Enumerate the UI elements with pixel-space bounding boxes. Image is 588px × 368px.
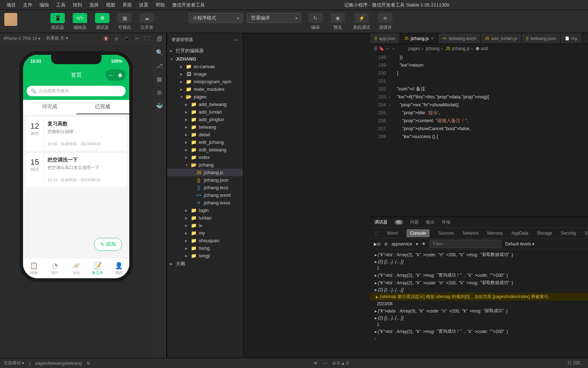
console-line[interactable]: ▸ (2) [{…}, {…}] bbox=[370, 258, 588, 265]
console-line[interactable]: ▸ {"k">list: Array(2), "k">code: "n">200… bbox=[370, 251, 588, 258]
crumb[interactable]: pages › bbox=[408, 46, 423, 51]
tab-done[interactable]: 已完成 bbox=[76, 100, 130, 114]
tree-item[interactable]: ▼📂pages bbox=[167, 93, 243, 101]
errors-count[interactable]: ⊘ 0 ▲ 0 bbox=[332, 361, 349, 366]
mode-dropdown[interactable]: 小程序模式 bbox=[189, 13, 243, 23]
avatar[interactable] bbox=[4, 13, 17, 26]
tree-item[interactable]: ▶📁add_luntan bbox=[167, 108, 243, 116]
subtab-security[interactable]: Security bbox=[561, 231, 576, 236]
editor-button[interactable]: </>编辑器 bbox=[70, 13, 90, 31]
tabbar-stats[interactable]: ◔统计 bbox=[44, 258, 66, 278]
tree-item[interactable]: ▶📁tixing bbox=[167, 244, 243, 252]
console-clear-icon[interactable]: ⊘ bbox=[384, 241, 388, 247]
scope-dropdown-icon[interactable]: ▾ bbox=[416, 241, 418, 247]
tabbar-memo[interactable]: 📝备忘录 bbox=[87, 258, 108, 278]
menu-tool[interactable]: 工具 bbox=[53, 2, 69, 8]
tabbar-forum[interactable]: 🪐论坛 bbox=[66, 258, 87, 278]
tree-item[interactable]: ≡jizhang.wxss bbox=[167, 199, 243, 207]
subtab-appdata[interactable]: AppData bbox=[511, 231, 528, 236]
code-editor[interactable]: 198199200201202203⌄204⌄205206207208 }) "… bbox=[370, 53, 588, 217]
tabbar-my[interactable]: 👤我的 bbox=[108, 258, 129, 278]
devtab-terminal[interactable]: 终端 bbox=[442, 219, 450, 225]
compile-button[interactable]: ↻编译 bbox=[305, 13, 326, 31]
tree-item[interactable]: ▶📁edit_jizhang bbox=[167, 138, 243, 146]
levels-dropdown[interactable]: Default levels ▾ bbox=[505, 241, 534, 247]
record-icon[interactable]: ◎ bbox=[115, 36, 118, 41]
crumb[interactable]: ⬢ add bbox=[476, 46, 488, 51]
console-line[interactable]: ▸ {"k">data: Array(3), "k">code: "n">200… bbox=[370, 307, 588, 315]
menu-project[interactable]: 项目 bbox=[3, 2, 19, 8]
editor-tab[interactable]: {}app.json bbox=[370, 33, 400, 44]
subtab-memory[interactable]: Memory bbox=[487, 231, 503, 236]
console-line[interactable]: ▸ {"k">list: Array(2), "k">msg: "查询成功！",… bbox=[370, 328, 588, 335]
eye2-icon[interactable]: 👁 bbox=[314, 361, 318, 366]
menu-goto[interactable]: 转到 bbox=[69, 2, 86, 8]
tree-item[interactable]: JSjizhang.js bbox=[167, 169, 243, 176]
crumb[interactable]: JS jizhang.js › bbox=[445, 46, 473, 51]
console-play-icon[interactable]: ▶⊙ bbox=[374, 241, 381, 247]
menu-select[interactable]: 选择 bbox=[86, 2, 102, 8]
tree-item[interactable]: {}jizhang.json bbox=[167, 176, 243, 184]
tree-item[interactable]: ▶📁login bbox=[167, 207, 243, 214]
cut-icon[interactable]: ✂ bbox=[135, 36, 139, 41]
filter-input[interactable] bbox=[430, 240, 502, 248]
tree-item[interactable]: <>jizhang.wxml bbox=[167, 191, 243, 199]
subtab-sensor[interactable]: Sensor bbox=[585, 231, 588, 236]
explorer-more-icon[interactable]: ⋯ bbox=[234, 37, 239, 43]
tree-item[interactable]: ▶🖼image bbox=[167, 70, 243, 78]
tree-item[interactable]: ▶📁node_modules bbox=[167, 85, 243, 93]
editor-tab[interactable]: 📄my. bbox=[561, 33, 583, 44]
outline[interactable]: ▶大纲 bbox=[167, 260, 243, 268]
files-icon[interactable]: 🗐 bbox=[157, 36, 162, 43]
copy-icon[interactable]: ⧉ bbox=[87, 361, 90, 366]
memo-card[interactable]: 1208月 复习高数把微积分搞懂 10:00 结束时间：2023/08/18 bbox=[26, 117, 126, 150]
add-button[interactable]: ✎ 添加 bbox=[94, 238, 122, 251]
menu-devtools[interactable]: 微信开发者工具 bbox=[169, 2, 208, 8]
tree-item[interactable]: ▶📁detail bbox=[167, 131, 243, 138]
device-dropdown[interactable]: iPhone X 75% 15 ▾ bbox=[4, 36, 40, 41]
console-line[interactable]: ▸ {"k">list: Array(2), "k">code: "n">200… bbox=[370, 279, 588, 287]
tree-item[interactable]: ▶📁ec-canvas bbox=[167, 63, 243, 70]
search-icon[interactable]: 🔍 bbox=[156, 49, 163, 56]
cloud-button[interactable]: ☁云开发 bbox=[137, 13, 157, 31]
expand-icon[interactable]: ⛶ bbox=[144, 36, 149, 41]
simulator-button[interactable]: 📱模拟器 bbox=[48, 13, 68, 31]
debugger-button[interactable]: ⚙调试器 bbox=[92, 13, 112, 31]
subtab-storage[interactable]: Storage bbox=[537, 231, 552, 236]
menu-edit[interactable]: 编辑 bbox=[36, 2, 53, 8]
remote-debug-button[interactable]: ⚡真机调试 bbox=[350, 13, 373, 31]
tree-item[interactable]: ▶📁beiwang bbox=[167, 123, 243, 131]
devtab-output[interactable]: 输出 bbox=[426, 219, 435, 225]
console-scope[interactable]: appservice bbox=[391, 241, 412, 247]
mute-icon[interactable]: 🔇 bbox=[103, 36, 109, 41]
tab-pending[interactable]: 待完成 bbox=[23, 100, 76, 114]
preview-button[interactable]: ◉预览 bbox=[328, 13, 348, 31]
console-line[interactable]: ▸ (2) [{…}, {…}] bbox=[370, 315, 588, 321]
tabbar-detail[interactable]: 📋明细 bbox=[23, 258, 44, 278]
tree-item[interactable]: ▶📁luntan bbox=[167, 214, 243, 222]
editor-tab[interactable]: JSadd_luntan.js bbox=[481, 33, 522, 44]
breadcrumb-icons[interactable]: ☰ 🔖 ← → bbox=[374, 46, 395, 51]
tree-item[interactable]: ▶📁my bbox=[167, 229, 243, 237]
open-editors[interactable]: ▶打开的编辑器 bbox=[167, 46, 243, 55]
menu-view[interactable]: 视图 bbox=[102, 2, 119, 8]
console-output[interactable]: ▸ {"k">list: Array(2), "k">code: "n">200… bbox=[370, 249, 588, 358]
clear-cache-button[interactable]: ≋清缓存 bbox=[375, 13, 395, 31]
subtab-sources[interactable]: Sources bbox=[438, 231, 454, 236]
menu-file[interactable]: 文件 bbox=[19, 2, 36, 8]
inspect-icon[interactable]: ⬚ bbox=[374, 231, 378, 236]
menu-settings[interactable]: 设置 bbox=[135, 2, 152, 8]
phone-simulator[interactable]: 10:03100% 首页 ⋯◉ 🔍 点击搜索关键词 待完成 已完成 1208月 … bbox=[23, 55, 129, 278]
branch-icon[interactable]: ⎇ bbox=[156, 62, 163, 69]
subtab-wxml[interactable]: Wxml bbox=[387, 231, 398, 236]
console-line[interactable]: ▸ (2) [{…}, {…}] bbox=[370, 287, 588, 293]
editor-tab[interactable]: {}beiwang.json bbox=[522, 33, 561, 44]
subtab-console[interactable]: Console bbox=[407, 229, 430, 237]
tree-item[interactable]: ▶📁add_pinglun bbox=[167, 116, 243, 123]
devtab-problems[interactable]: 问题 bbox=[410, 219, 419, 225]
page-path-label[interactable]: 页面路径 ▾ bbox=[4, 360, 24, 366]
compile-mode-dropdown[interactable]: 普通编译 bbox=[247, 13, 301, 23]
tree-item[interactable]: ▶📁edti_beiwang bbox=[167, 146, 243, 154]
reload-dropdown[interactable]: 热重载 关 ▾ bbox=[46, 35, 68, 41]
eye-icon[interactable]: 👁 bbox=[422, 241, 426, 247]
